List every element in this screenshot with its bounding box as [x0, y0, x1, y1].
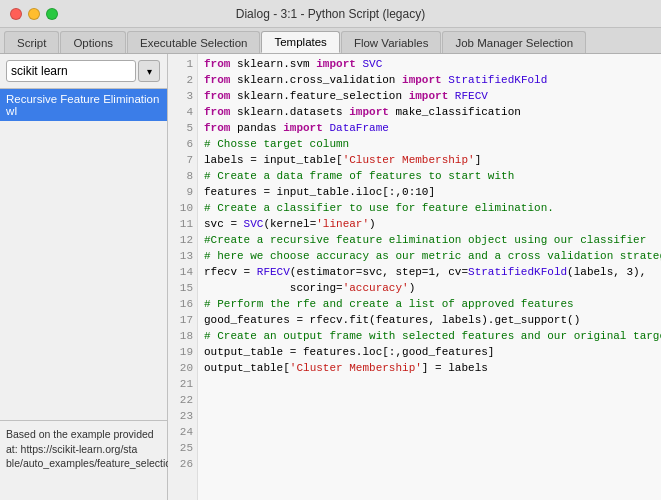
line-number: 26	[180, 456, 193, 472]
line-number: 15	[180, 280, 193, 296]
line-number: 23	[180, 408, 193, 424]
code-line: output_table['Cluster Membership'] = lab…	[204, 360, 655, 376]
line-number: 18	[180, 328, 193, 344]
code-line: # Create an output frame with selected f…	[204, 328, 655, 344]
line-number: 1	[186, 56, 193, 72]
dropdown-arrow-button[interactable]: ▾	[138, 60, 160, 82]
code-line: scoring='accuracy')	[204, 280, 655, 296]
code-editor[interactable]: from sklearn.svm import SVCfrom sklearn.…	[198, 54, 661, 500]
code-line: rfecv = RFECV(estimator=svc, step=1, cv=…	[204, 264, 655, 280]
line-number: 10	[180, 200, 193, 216]
line-number: 22	[180, 392, 193, 408]
template-category-wrapper: scikit learn pandas numpy ▾	[6, 60, 161, 82]
template-list: Recursive Feature Elimination wI	[0, 89, 167, 420]
code-line: from sklearn.svm import SVC	[204, 56, 655, 72]
line-number: 13	[180, 248, 193, 264]
template-item-rfe[interactable]: Recursive Feature Elimination wI	[0, 89, 167, 121]
code-line: svc = SVC(kernel='linear')	[204, 216, 655, 232]
line-number: 16	[180, 296, 193, 312]
line-number: 21	[180, 376, 193, 392]
code-line: labels = input_table['Cluster Membership…	[204, 152, 655, 168]
code-line: from sklearn.cross_validation import Str…	[204, 72, 655, 88]
line-number: 12	[180, 232, 193, 248]
code-line: # here we choose accuracy as our metric …	[204, 248, 655, 264]
code-area: 1234567891011121314151617181920212223242…	[168, 54, 661, 500]
sidebar-top: scikit learn pandas numpy ▾	[0, 54, 167, 89]
code-line: # Chosse target column	[204, 136, 655, 152]
line-number: 9	[186, 184, 193, 200]
tab-options[interactable]: Options	[60, 31, 126, 53]
line-number: 5	[186, 120, 193, 136]
tab-executable[interactable]: Executable Selection	[127, 31, 260, 53]
window-controls	[10, 8, 58, 20]
tab-flow-variables[interactable]: Flow Variables	[341, 31, 442, 53]
line-number: 7	[186, 152, 193, 168]
tab-job-manager[interactable]: Job Manager Selection	[442, 31, 586, 53]
code-line: good_features = rfecv.fit(features, labe…	[204, 312, 655, 328]
line-number: 6	[186, 136, 193, 152]
maximize-button[interactable]	[46, 8, 58, 20]
line-number: 24	[180, 424, 193, 440]
code-line: #Create a recursive feature elimination …	[204, 232, 655, 248]
sidebar: scikit learn pandas numpy ▾ Recursive Fe…	[0, 54, 168, 500]
template-category-dropdown[interactable]: scikit learn pandas numpy	[6, 60, 136, 82]
line-number: 11	[180, 216, 193, 232]
line-number: 8	[186, 168, 193, 184]
code-line: features = input_table.iloc[:,0:10]	[204, 184, 655, 200]
minimize-button[interactable]	[28, 8, 40, 20]
code-line: from sklearn.feature_selection import RF…	[204, 88, 655, 104]
tab-script[interactable]: Script	[4, 31, 59, 53]
line-number: 17	[180, 312, 193, 328]
line-number: 25	[180, 440, 193, 456]
code-line: from sklearn.datasets import make_classi…	[204, 104, 655, 120]
close-button[interactable]	[10, 8, 22, 20]
main-content: scikit learn pandas numpy ▾ Recursive Fe…	[0, 54, 661, 500]
window: Dialog - 3:1 - Python Script (legacy) Sc…	[0, 0, 661, 500]
tab-bar: Script Options Executable Selection Temp…	[0, 28, 661, 54]
line-number: 2	[186, 72, 193, 88]
line-number: 14	[180, 264, 193, 280]
window-title: Dialog - 3:1 - Python Script (legacy)	[236, 7, 425, 21]
line-number: 3	[186, 88, 193, 104]
tab-templates[interactable]: Templates	[261, 31, 339, 53]
code-line: # Create a data frame of features to sta…	[204, 168, 655, 184]
code-line: # Create a classifier to use for feature…	[204, 200, 655, 216]
line-numbers: 1234567891011121314151617181920212223242…	[168, 54, 198, 500]
line-number: 19	[180, 344, 193, 360]
code-line: from pandas import DataFrame	[204, 120, 655, 136]
title-bar: Dialog - 3:1 - Python Script (legacy)	[0, 0, 661, 28]
code-line: # Perform the rfe and create a list of a…	[204, 296, 655, 312]
line-number: 20	[180, 360, 193, 376]
template-description: Based on the example provided at: https:…	[0, 420, 167, 500]
code-line: output_table = features.loc[:,good_featu…	[204, 344, 655, 360]
line-number: 4	[186, 104, 193, 120]
